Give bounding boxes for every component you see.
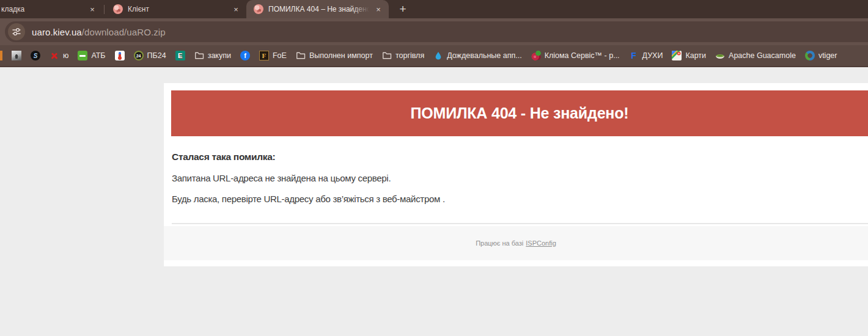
url-path: /download/uaRO.zip (82, 27, 166, 37)
pb24-icon: 24 (134, 51, 144, 60)
red-x-icon (50, 51, 59, 60)
bookmarks-bar: S ю АТБ 24ПБ24 Е закупи f FFoE Выполнен … (0, 45, 868, 67)
bookmark-item-sprinklers[interactable]: Дождевальные апп... (433, 51, 522, 60)
address-bar[interactable]: uaro.kiev.ua/download/uaRO.zip (5, 21, 868, 42)
bookmark-item-zakupy[interactable]: закупи (194, 51, 231, 60)
site-favicon-icon (113, 4, 123, 14)
ispconfig-link[interactable]: ISPConfig (526, 239, 556, 247)
error-line1: Запитана URL-адреса не знайдена на цьому… (172, 173, 868, 183)
tab-strip: кладка × Клієнт × ПОМИЛКА 404 – Не знайд… (0, 0, 868, 18)
atb-icon (78, 51, 87, 60)
tune-icon (12, 27, 21, 37)
error-banner: ПОМИЛКА 404 - Не знайдено! (171, 90, 868, 136)
bookmark-label: ПБ24 (147, 51, 166, 60)
bookmark-label: ДУХИ (642, 51, 663, 60)
bookmark-item-vtiger[interactable]: vtiger (805, 51, 837, 60)
bookmark-item-dukhy[interactable]: FДУХИ (629, 51, 663, 60)
folder-icon (382, 51, 392, 60)
bookmark-item-cut[interactable] (0, 51, 2, 60)
bookmark-item-s[interactable]: S (31, 51, 40, 60)
bookmark-label: Выполнен импорт (309, 51, 373, 60)
bookmark-label: Карти (685, 51, 706, 60)
url-text[interactable]: uaro.kiev.ua/download/uaRO.zip (32, 27, 166, 37)
tab-title: Клієнт (128, 5, 227, 13)
browser-toolbar: uaro.kiev.ua/download/uaRO.zip (0, 18, 868, 45)
error-line2: Будь ласка, перевірте URL-адресу або зв’… (172, 194, 868, 204)
maps-icon (672, 51, 682, 60)
bookmark-item-epicentr[interactable]: Е (175, 51, 185, 60)
new-tab-button[interactable]: + (395, 1, 411, 17)
error-heading: Сталася така помилка: (172, 152, 868, 163)
bookmark-item-klioma[interactable]: Кліома Сервіс™ - р... (531, 51, 620, 60)
epicentr-icon: Е (175, 51, 185, 60)
bookmark-label: Кліома Сервіс™ - р... (545, 51, 620, 60)
guacamole-icon (715, 51, 725, 60)
vtiger-icon (805, 51, 815, 60)
bookmark-item-torhivlia[interactable]: торгівля (382, 51, 424, 60)
s-circle-icon: S (31, 51, 40, 60)
foe-icon: F (259, 51, 269, 60)
bookmark-item-foe[interactable]: FFoE (259, 51, 287, 60)
bookmark-label: торгівля (395, 51, 424, 60)
browser-viewport: ПОМИЛКА 404 - Не знайдено! Сталася така … (0, 68, 868, 336)
close-icon[interactable]: × (87, 4, 98, 15)
cut-bookmark-icon (0, 51, 2, 60)
bookmark-label: FoE (273, 51, 287, 60)
site-settings-button[interactable] (8, 23, 25, 40)
bookmark-item-atb[interactable]: АТБ (78, 51, 105, 60)
close-icon[interactable]: × (373, 4, 384, 15)
bookmark-label: закупи (208, 51, 231, 60)
bookmark-item-maps[interactable]: Карти (672, 51, 706, 60)
facebook-icon: f (240, 51, 250, 60)
tab-separator (104, 5, 105, 14)
site-favicon-icon (254, 4, 263, 14)
page-footer: Працює на базі ISPConfig (164, 226, 868, 260)
water-drop-icon (433, 51, 443, 60)
close-icon[interactable]: × (230, 4, 241, 15)
tab-new-tab[interactable]: кладка × (0, 0, 103, 18)
bookmark-label: Apache Guacamole (729, 51, 796, 60)
bookmark-label: Дождевальные апп... (447, 51, 522, 60)
tab-title: ПОМИЛКА 404 – Не знайдено (268, 5, 369, 13)
folder-icon (296, 51, 306, 60)
tab-client[interactable]: Клієнт × (106, 0, 246, 18)
footer-text: Працює на базі (476, 239, 523, 247)
bookmark-label: ю (63, 51, 68, 60)
bookmark-item-import[interactable]: Выполнен импорт (296, 51, 373, 60)
folder-icon (194, 51, 204, 60)
bookmark-label: vtiger (818, 51, 837, 60)
bookmark-item-photo[interactable] (12, 51, 21, 60)
berry-icon (531, 51, 541, 60)
error-page-card: ПОМИЛКА 404 - Не знайдено! Сталася така … (164, 83, 868, 266)
photo-icon (12, 51, 21, 60)
error-banner-title: ПОМИЛКА 404 - Не знайдено! (411, 104, 629, 122)
bookmark-item-facebook[interactable]: f (240, 51, 250, 60)
tab-error-404-active[interactable]: ПОМИЛКА 404 – Не знайдено × (246, 0, 389, 18)
bookmark-item-pb24[interactable]: 24ПБ24 (134, 51, 166, 60)
url-host: uaro.kiev.ua (32, 27, 82, 37)
footer-divider (172, 223, 868, 224)
bookmark-item-thermometer[interactable] (115, 51, 125, 60)
bookmark-item-yu[interactable]: ю (50, 51, 68, 60)
thermometer-icon (115, 51, 125, 60)
tab-title: кладка (1, 5, 83, 13)
bookmark-item-guacamole[interactable]: Apache Guacamole (715, 51, 796, 60)
bookmark-label: АТБ (91, 51, 105, 60)
blue-f-icon: F (629, 51, 639, 60)
